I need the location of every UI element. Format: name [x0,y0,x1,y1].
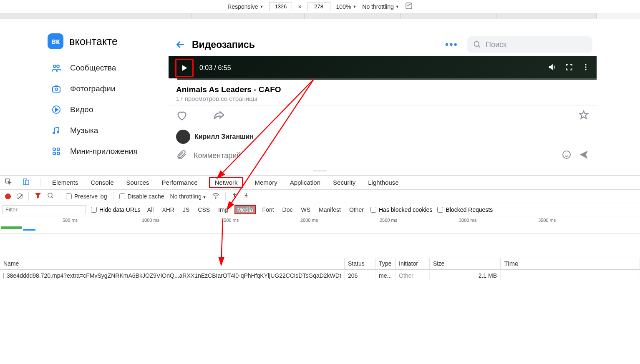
avatar[interactable] [176,130,190,144]
hide-urls-checkbox[interactable]: Hide data URLs [91,206,141,213]
sidebar-item-communities[interactable]: Сообщества [48,58,169,78]
tab-performance[interactable]: Performance [161,177,199,188]
viewport-width-input[interactable] [269,2,292,11]
tab-elements[interactable]: Elements [51,177,79,188]
col-status[interactable]: Status [345,258,375,269]
attach-icon[interactable] [176,149,187,162]
filter-img[interactable]: Img [217,206,229,214]
inspect-icon[interactable] [5,178,12,186]
vk-sidebar: вк вконтакте Сообщества Фотографии Видео… [43,33,169,167]
camera-icon [51,83,62,94]
more-icon[interactable]: ••• [445,39,458,50]
device-mode-dropdown[interactable]: Responsive [227,3,263,10]
download-icon[interactable] [243,193,249,200]
search-placeholder: Поиск [486,40,506,49]
throttling-select[interactable]: No throttling [170,193,207,200]
comment-box [169,144,597,167]
device-icon[interactable] [23,178,29,186]
col-size[interactable]: Size [430,258,501,269]
svg-point-14 [585,66,586,68]
filter-manifest[interactable]: Manifest [317,206,343,214]
tab-network[interactable]: Network [209,177,243,188]
svg-rect-10 [53,152,55,155]
tab-security[interactable]: Security [332,177,356,188]
sidebar-item-music[interactable]: Музыка [48,120,169,141]
viewport-height-input[interactable] [307,2,330,11]
video-time: 0:03 / 6:55 [199,64,231,72]
timeline-label: 1500 ms [221,218,239,223]
sidebar-item-label: Музыка [70,126,98,135]
emoji-icon[interactable] [562,150,572,161]
svg-rect-9 [57,148,60,151]
filter-icon[interactable] [35,192,41,200]
tab-console[interactable]: Console [90,177,115,188]
video-title: Animals As Leaders - CAFO [176,85,589,94]
filter-input[interactable] [3,205,86,214]
svg-point-21 [215,198,216,198]
disable-cache-checkbox[interactable]: Disable cache [119,193,164,200]
request-size: 2.1 MB [430,271,501,281]
sidebar-item-label: Сообщества [70,63,116,73]
vk-logo-row[interactable]: вк вконтакте [48,33,169,49]
filter-xhr[interactable]: XHR [160,206,176,214]
vk-logo-text: вконтакте [69,35,118,48]
filter-font[interactable]: Font [261,206,276,214]
comment-input[interactable] [194,151,555,160]
filter-media[interactable]: Media [234,205,255,214]
progress-bar[interactable] [169,78,597,80]
clear-button[interactable] [17,193,23,199]
zoom-dropdown[interactable]: 100% [336,3,357,10]
tab-lighthouse[interactable]: Lighthouse [367,177,399,188]
wifi-icon[interactable] [212,192,219,201]
video-views: 17 просмотров со страницы [176,95,589,102]
request-type: me... [375,271,396,281]
timeline-detail [0,234,640,258]
filter-all[interactable]: All [146,206,156,214]
upload-icon[interactable] [232,193,237,200]
col-type[interactable]: Type [375,258,396,269]
filter-js[interactable]: JS [181,206,191,214]
col-name[interactable]: Name [0,258,345,269]
play-button[interactable] [175,59,194,77]
like-icon[interactable] [176,110,188,123]
network-timeline[interactable]: 500 ms 1000 ms 1500 ms 2000 ms 2500 ms 3… [0,216,640,234]
sidebar-item-miniapps[interactable]: Мини-приложения [48,141,169,162]
page-title: Видеозапись [192,39,255,50]
filter-ws[interactable]: WS [300,206,312,214]
sidebar-item-photos[interactable]: Фотографии [48,78,169,99]
vk-logo-icon: вк [48,33,63,49]
bookmark-icon[interactable] [578,110,589,123]
sidebar-item-label: Мини-приложения [70,147,138,156]
volume-icon[interactable] [547,63,557,73]
svg-point-7 [57,131,59,133]
col-initiator[interactable]: Initiator [396,258,430,269]
record-button[interactable] [5,193,11,199]
rotate-icon[interactable] [405,2,413,11]
music-icon [51,125,62,136]
filter-css[interactable]: CSS [196,206,212,214]
fullscreen-icon[interactable] [565,63,573,73]
filter-other[interactable]: Other [348,206,365,214]
search-icon[interactable] [47,192,54,200]
tab-memory[interactable]: Memory [254,177,278,188]
grid-icon [51,146,62,157]
sidebar-item-video[interactable]: Видео [48,99,169,120]
preserve-log-checkbox[interactable]: Preserve log [66,193,107,200]
send-icon[interactable] [578,149,589,162]
video-player[interactable]: 0:03 / 6:55 [169,56,597,80]
share-icon[interactable] [213,109,225,123]
col-time[interactable]: Time [501,258,640,269]
blocked-requests-checkbox[interactable]: Blocked Requests [437,206,493,213]
tab-sources[interactable]: Sources [126,177,150,188]
resize-handle[interactable]: ═══ [0,167,640,174]
blocked-cookies-checkbox[interactable]: Has blocked cookies [370,206,432,213]
filter-doc[interactable]: Doc [281,206,295,214]
back-arrow-icon[interactable] [173,37,188,52]
search-input[interactable]: Поиск [467,36,592,53]
throttling-dropdown[interactable]: No throttling [362,3,399,10]
svg-rect-3 [53,87,60,92]
file-icon [3,273,4,279]
more-vert-icon[interactable] [582,63,590,73]
tab-application[interactable]: Application [289,177,321,188]
table-row[interactable]: 38e4dddd98.720.mp4?extra=cFMvSygZNRKmA6B… [0,270,640,281]
